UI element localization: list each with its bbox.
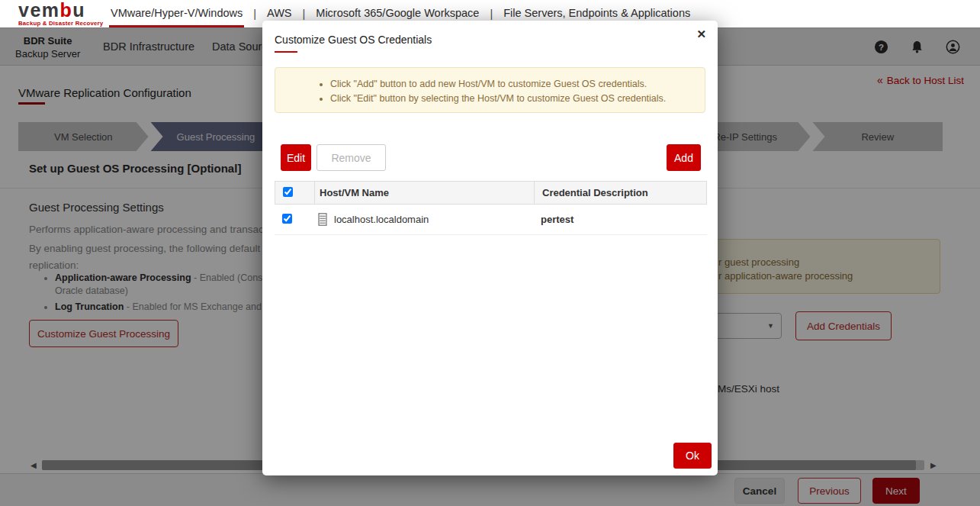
credential-description-header: Credential Description: [534, 182, 706, 204]
host-server-icon: [318, 213, 327, 226]
row-checkbox[interactable]: [282, 214, 292, 224]
nav-separator: |: [490, 8, 493, 20]
host-vm-name: localhost.localdomain: [334, 214, 429, 225]
modal-title-underline: [275, 51, 297, 53]
logo-tagline: Backup & Disaster Recovery: [18, 21, 103, 27]
nav-separator: |: [253, 8, 256, 20]
credentials-table: Host/VM Name Credential Description loca…: [275, 181, 707, 235]
credential-description-cell: pertest: [533, 214, 707, 225]
modal-info-box: Click "Add" button to add new Host/VM to…: [275, 67, 705, 113]
table-row[interactable]: localhost.localdomain pertest: [275, 205, 707, 235]
app-screen: vembu Backup & Disaster Recovery VMware/…: [0, 0, 980, 506]
table-header-row: Host/VM Name Credential Description: [275, 181, 707, 205]
host-vm-name-header: Host/VM Name: [314, 182, 534, 204]
host-vm-name-cell: localhost.localdomain: [313, 213, 533, 226]
select-all-checkbox[interactable]: [283, 187, 293, 197]
modal-title: Customize Guest OS Credentials: [275, 34, 432, 46]
modal-info-list: Click "Add" button to add new Host/VM to…: [330, 77, 705, 106]
ok-button[interactable]: Ok: [673, 443, 712, 469]
remove-button[interactable]: Remove: [316, 144, 386, 171]
customize-guest-os-credentials-modal: ✕ Customize Guest OS Credentials Click "…: [262, 21, 718, 475]
nav-separator: |: [303, 8, 306, 20]
logo-text: vembu: [18, 0, 85, 21]
close-icon[interactable]: ✕: [696, 27, 706, 41]
edit-button[interactable]: Edit: [281, 144, 311, 171]
row-select-cell: [275, 214, 313, 226]
vembu-logo[interactable]: vembu Backup & Disaster Recovery: [18, 1, 103, 27]
select-all-cell: [275, 187, 314, 199]
info-bullet: Click "Edit" button by selecting the Hos…: [330, 92, 705, 106]
add-button[interactable]: Add: [667, 144, 701, 171]
info-bullet: Click "Add" button to add new Host/VM to…: [330, 77, 705, 92]
top-nav-vmware-hyperv-windows[interactable]: VMware/Hyper-V/Windows: [109, 0, 244, 27]
